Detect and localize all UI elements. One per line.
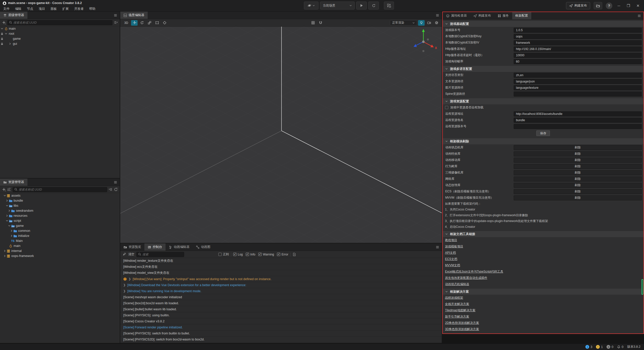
chevron-down-icon[interactable] [4, 32, 8, 35]
scene-select[interactable]: 当前场景 [320, 2, 355, 10]
menu-item-0[interactable]: 文件 [1, 6, 12, 12]
console-log-row[interactable]: [Scene] Forward render pipeline initiali… [120, 324, 442, 330]
status-counter[interactable]: ✕0 [607, 345, 613, 349]
tab-assets[interactable]: 资源管理器 [0, 179, 27, 186]
asset-node-game[interactable]: game [0, 223, 120, 228]
console-log-row[interactable]: [Scene] [bullet]:bullet wasm lib loaded. [120, 306, 442, 312]
panel-menu-icon[interactable] [637, 14, 641, 18]
remove-module-button[interactable]: 剔除 [514, 145, 642, 150]
scene-viewport[interactable]: X [120, 27, 442, 243]
help-button[interactable]: ? [606, 3, 612, 9]
snap-settings-button[interactable] [317, 20, 324, 26]
section-header[interactable]: 框架模块剔除 [443, 138, 643, 144]
play-button[interactable] [356, 2, 367, 10]
console-log-row[interactable]: [Scene] Cocos Creator v3.8.2 [120, 318, 442, 324]
regex-checkbox[interactable]: 正则 [218, 252, 229, 256]
section-header[interactable]: 游戏多语言配置 [443, 66, 643, 72]
chevron-right-icon[interactable] [5, 199, 9, 202]
section-header[interactable]: 框架解决方案 [443, 289, 643, 295]
section-header[interactable]: 游戏基础配置 [443, 21, 643, 27]
asset-node-internal[interactable]: internal [0, 248, 120, 253]
chevron-right-icon[interactable] [10, 234, 13, 237]
tab-动画图[interactable]: 动画图 [193, 243, 214, 251]
field-input[interactable] [514, 79, 642, 84]
hierarchy-filter-icon[interactable] [114, 21, 118, 24]
menu-item-1[interactable]: 编辑 [12, 6, 24, 12]
doc-link[interactable]: 游戏模板项目 [445, 244, 463, 249]
tab-框架配置[interactable]: 框架配置 [512, 12, 531, 19]
hierarchy-node-main[interactable]: main [0, 26, 120, 31]
field-input[interactable] [514, 73, 642, 78]
assets-search-input[interactable] [19, 188, 105, 191]
remove-module-button[interactable]: 剔除 [514, 158, 642, 163]
rect-tool-button[interactable] [154, 20, 160, 26]
asset-node-script[interactable]: script [0, 218, 120, 223]
console-log-row[interactable]: ❯[Window] [Vue warn]: Property "onInput"… [120, 276, 442, 282]
field-input[interactable] [514, 59, 642, 64]
assets-search[interactable] [13, 187, 107, 192]
tab-属性检查器[interactable]: 属性检查器 [443, 12, 470, 19]
remote-load-checkbox[interactable]: 游戏中资源是否远程加载 [443, 104, 643, 111]
preview-platform-select[interactable] [304, 2, 318, 10]
rotate-tool-button[interactable] [139, 20, 145, 26]
restart-button[interactable] [368, 2, 379, 10]
minimize-button[interactable]: ─ [616, 4, 622, 8]
chevron-right-icon[interactable] [8, 209, 11, 212]
pivot-toggle-button[interactable] [161, 20, 168, 26]
field-input[interactable] [514, 92, 642, 97]
field-input[interactable] [514, 47, 642, 52]
chevron-down-icon[interactable] [5, 219, 9, 222]
sort-assets-icon[interactable] [7, 188, 11, 191]
doc-link[interactable]: 原生包热更新配置自动生成插件 [445, 276, 487, 280]
move-tool-button[interactable] [131, 20, 138, 26]
layout-button[interactable] [384, 2, 394, 10]
build-publish-button[interactable]: 构建发布 [566, 2, 590, 9]
doc-link[interactable]: 动画状态机编辑器 [445, 282, 469, 286]
asset-node-resources[interactable]: resources [0, 213, 120, 218]
console-log-row[interactable]: [Window] model_view文件夹存在 [120, 270, 442, 276]
refresh-icon[interactable] [114, 188, 118, 191]
console-search-input[interactable] [142, 253, 182, 256]
create-asset-button[interactable] [2, 188, 6, 191]
panel-menu-icon[interactable] [114, 14, 117, 17]
doc-link[interactable]: Tiledmap地图解决方案 [445, 308, 475, 313]
doc-link[interactable]: 3D角色扮演游戏解决方案 [445, 327, 479, 331]
tab-控制台[interactable]: 控制台 [144, 243, 166, 251]
chevron-right-icon[interactable] [5, 214, 9, 217]
section-header[interactable]: 框架文档工具链接 [443, 231, 643, 237]
doc-link[interactable]: API文档 [445, 251, 456, 255]
console-log-row[interactable]: [Window] ecs文件夹存在 [120, 264, 442, 270]
asset-node-initialize[interactable]: initialize [0, 233, 120, 238]
menu-item-5[interactable]: 扩展 [60, 6, 71, 12]
save-button[interactable]: 保存 [536, 130, 550, 136]
tab-动画编辑器[interactable]: 动画编辑器 [166, 243, 193, 251]
chevron-down-icon[interactable] [5, 204, 9, 207]
filter-Log-checkbox[interactable]: ✓Log [233, 253, 243, 256]
expand-log-icon[interactable]: ❯ [123, 289, 126, 293]
tab-资源预览[interactable]: 资源预览 [120, 243, 144, 251]
maximize-button[interactable]: ❐ [625, 4, 631, 8]
console-log-row[interactable]: [Window] render_texture文件夹存在 [120, 258, 442, 264]
log-file-icon[interactable] [293, 253, 296, 256]
menu-item-3[interactable]: 项目 [36, 6, 48, 12]
panel-menu-icon[interactable] [114, 181, 117, 184]
asset-node-main[interactable]: main [0, 243, 120, 248]
menu-item-2[interactable]: 节点 [24, 6, 36, 12]
scene-camera-button[interactable] [426, 20, 432, 26]
view-gizmo[interactable]: X [408, 28, 438, 56]
filter-Error-checkbox[interactable]: ✓Error [277, 253, 288, 256]
remove-module-button[interactable]: 剔除 [514, 183, 642, 188]
asset-node-seedrandom[interactable]: seedrandom [0, 208, 120, 213]
hierarchy-node-root[interactable]: root [0, 31, 120, 36]
hierarchy-node-game[interactable]: game [0, 36, 120, 41]
create-node-button[interactable] [2, 21, 6, 24]
scrollbar-thumb[interactable] [641, 279, 643, 295]
chevron-right-icon[interactable] [3, 254, 6, 257]
scene-settings-button[interactable] [433, 20, 440, 26]
chevron-right-icon[interactable] [3, 249, 6, 252]
doc-link[interactable]: 2D角色扮演游戏解决方案 [445, 321, 479, 325]
hierarchy-node-gui[interactable]: gui [0, 41, 120, 46]
field-input[interactable] [514, 111, 642, 116]
lighting-toggle-button[interactable] [418, 20, 425, 26]
remove-module-button[interactable]: 剔除 [514, 189, 642, 194]
